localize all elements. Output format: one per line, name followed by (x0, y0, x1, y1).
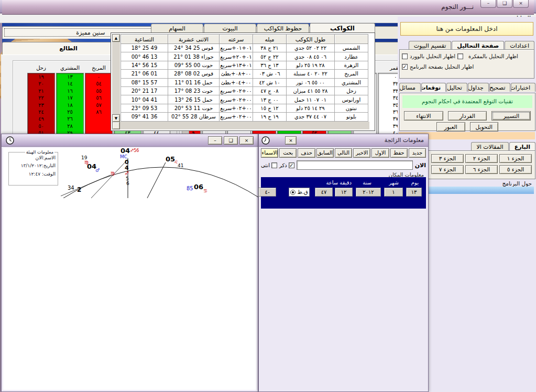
tab-item[interactable]: البيوت (204, 24, 256, 32)
month-field[interactable]: ١ (384, 188, 403, 197)
table-cell[interactable]: 09° 41 36 (121, 113, 168, 121)
toolbar-button[interactable]: الجزء ٥ (499, 165, 532, 174)
year-cell[interactable]: ٥٧ (85, 102, 112, 108)
table-cell[interactable]: 24° 34 25 قوس (168, 44, 220, 52)
table-cell[interactable]: ٢٢ ٠٢ ٥٢ جدي (287, 44, 335, 52)
checkbox-program[interactable]: ✓ (402, 64, 408, 70)
table-cell[interactable]: ١٩ ج ١٩ (253, 113, 287, 121)
year-cell[interactable]: ٥٥ (85, 88, 112, 94)
table-row[interactable]: المريخ٢٢ ٢٠ ٤٠ سنبلة٠٦ ش ٠٣٠٠+٠٨+بطئ28° … (121, 70, 368, 78)
year-cell[interactable]: ٢٤ (28, 108, 54, 115)
tasyir-button[interactable]: التسيير (491, 111, 531, 121)
toolbar-button[interactable]: الاول (371, 148, 389, 158)
column-header[interactable]: الاثنى عشرية (168, 35, 220, 44)
year-cell[interactable]: ٠ (85, 73, 112, 80)
toolbar-button[interactable]: الجزء ٣ (431, 154, 464, 163)
ubur-button[interactable]: العبور (436, 122, 465, 132)
table-cell[interactable]: ٠٠ ٥٥ ٠٦ ثور (287, 78, 335, 86)
table-cell[interactable]: بلوتو (335, 113, 368, 121)
tab-item[interactable]: تحاليل (446, 83, 467, 92)
tab-item[interactable]: صفحة التحاليل (452, 41, 504, 50)
horizontal-scrollbar[interactable]: ◄ (112, 122, 369, 129)
toolbar-button[interactable]: جديد (409, 148, 426, 158)
tab-item[interactable]: اعدادات (505, 41, 534, 50)
table-cell[interactable]: اورانوس (335, 95, 368, 104)
table-cell[interactable]: ٠٦ ٤٥ ٠٨ جدي (287, 52, 335, 61)
table-row[interactable]: اورانوس٠١ ٠٧ ١١ حمل٠٠ ج ١٣٠٠+٠٢+سريع13° … (121, 95, 368, 104)
year-cell[interactable]: ٢٣ (28, 102, 54, 108)
column-header[interactable]: سرعته (220, 35, 253, 44)
toolbar-button[interactable]: السابق (316, 148, 334, 158)
table-cell[interactable]: عطارد (335, 52, 368, 61)
table-cell[interactable]: ٠١+٠١+سريع (220, 44, 253, 52)
table-cell[interactable]: ٢٢ ٢٠ ٤٠ سنبلة (287, 70, 335, 78)
year-cell[interactable]: ١٨ (57, 102, 83, 108)
year-cell[interactable]: ٤٩ (28, 115, 54, 122)
female-checkbox[interactable] (271, 162, 277, 168)
astro-wheel[interactable]: 19♍04♂342♍04♐56MC04♐5605♌418506♋ (58, 148, 260, 198)
year-cell[interactable]: ١٩ (28, 73, 54, 80)
am-radio[interactable]: ق.ظ (289, 188, 310, 197)
year-cell[interactable]: ٥٠ (28, 123, 54, 129)
male-checkbox[interactable]: ✓ (289, 162, 294, 168)
scroll-up-icon[interactable]: ▲ (112, 34, 120, 42)
column-header-sort[interactable]: التساعية (121, 35, 168, 44)
toolbar-button[interactable]: الجزء ٢ (465, 154, 498, 163)
table-cell[interactable]: الزهرة (335, 61, 368, 69)
year-cell[interactable]: ٥٦ (85, 94, 112, 101)
firdar-button[interactable]: الفردار (448, 111, 487, 121)
table-cell[interactable]: 21° 01 38 جوزاء (168, 52, 220, 61)
table-cell[interactable]: 00° 46 13 (121, 52, 168, 61)
intihaa-button[interactable]: الانتهاء (404, 111, 443, 121)
year-cell[interactable]: ١٧ (57, 94, 83, 101)
table-cell[interactable]: ٢٩ ١٤ ٢٥ دلو (287, 104, 335, 112)
tab-item[interactable]: المقالات الا (471, 142, 508, 151)
day-field[interactable]: ١٣ (406, 188, 422, 197)
table-cell[interactable]: الشمس (335, 44, 368, 52)
table-cell[interactable]: ٠٠ ج ١٣ (253, 95, 287, 104)
year-cell[interactable]: ٢٠ (28, 80, 54, 87)
table-cell[interactable]: 20° 21 17 (121, 86, 168, 95)
maximize-button[interactable]: ❑ (224, 136, 238, 145)
table-row[interactable]: الزهرة٢٨ ١٩ ٢٥ دلو١٣ ج ٣٦٠١+١٣+سريع09° 5… (121, 61, 368, 69)
year-cell[interactable]: ٨٦ (85, 108, 112, 115)
table-row[interactable]: بلوتو٠٧ ٤٤ ٣٧ جدي١٩ ج ١٩٠٠+٠٢+سريع02° 55… (121, 113, 368, 121)
year-cell[interactable]: ٢٢ (28, 94, 54, 101)
year-cell[interactable]: ٢٥ (57, 108, 83, 115)
table-cell[interactable]: ١٢ ج ١٥ (253, 104, 287, 112)
table-cell[interactable]: ٠٦ ش ٠٣ (253, 70, 287, 78)
toolbar-button[interactable]: الجزء ١ (499, 154, 532, 163)
table-cell[interactable]: ٠١ ٠٧ ١١ حمل (287, 95, 335, 104)
year-cell[interactable]: ٢٦ (57, 115, 83, 122)
table-cell[interactable]: ٠٠+٠٨+بطئ (220, 70, 253, 78)
table-cell[interactable]: 13° 26 15 حمل (168, 95, 220, 104)
toolbar-button[interactable]: الجزء ٧ (431, 165, 464, 174)
scrollbar-thumb[interactable] (112, 122, 120, 129)
tab-item[interactable]: البارع (509, 142, 535, 151)
table-row[interactable]: المشتري٠٠ ٥٥ ٠٦ ثور١٠ ش ٤٢٠٠+٠٤+بطئ11° 0… (121, 78, 368, 86)
year-cell[interactable]: ٢٨ (57, 123, 83, 129)
table-cell[interactable]: 20° 53 11 حوت (168, 104, 220, 112)
year-field[interactable]: ٢٠١٢ (356, 188, 381, 197)
year-cell[interactable]: ١٤ (57, 80, 83, 87)
tab-item[interactable]: تصحيح (489, 83, 511, 92)
table-cell[interactable]: ٢٨ ٥٥ ٤١ ميزان (287, 86, 335, 95)
table-cell[interactable]: 08° 15 57 (121, 78, 168, 86)
table-cell[interactable]: 18° 25 49 (121, 44, 168, 52)
tab-item[interactable]: السهام (151, 24, 203, 32)
tab-item[interactable]: توقعات (421, 83, 446, 92)
tab-item[interactable]: تقسيم البيوت (409, 41, 452, 50)
table-cell[interactable]: ٠٠+٠٢+سريع (220, 86, 253, 95)
maximize-button[interactable]: ❑ (497, 0, 512, 8)
table-cell[interactable]: 09° 55 00 حوت (168, 61, 220, 69)
table-cell[interactable]: ٠٠+٠٢+سريع (220, 113, 253, 121)
column-header[interactable]: ميله (253, 35, 287, 44)
table-cell[interactable]: ٠٨ ج ٤٧ (253, 86, 287, 95)
table-row[interactable]: الشمس٢٢ ٠٢ ٥٢ جدي٢١ ج ٣٨٠١+٠١+سريع24° 34… (121, 44, 368, 52)
table-row[interactable]: نبتون٢٩ ١٤ ٢٥ دلو١٢ ج ١٥٠٠+٠٢+سريع20° 53… (121, 104, 368, 112)
table-cell[interactable]: 23° 09 53 (121, 104, 168, 112)
close-button[interactable]: × (239, 136, 254, 145)
toolbar-button[interactable]: الاسماء (261, 148, 278, 158)
year-cell[interactable]: ١٣ (57, 73, 83, 80)
checkbox-notepad[interactable] (457, 53, 463, 59)
